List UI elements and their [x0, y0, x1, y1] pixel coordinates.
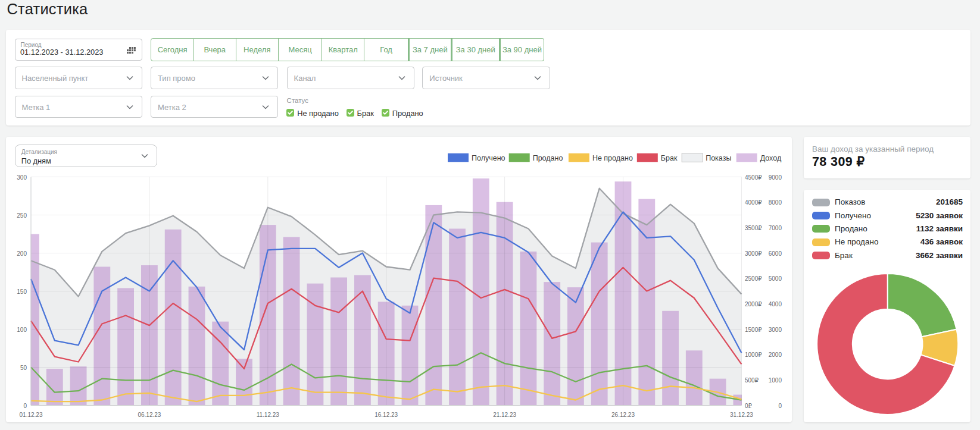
- svg-text:0: 0: [778, 403, 782, 409]
- svg-text:7000: 7000: [769, 225, 782, 231]
- svg-text:2000: 2000: [769, 351, 782, 358]
- svg-text:01.12.23: 01.12.23: [20, 412, 43, 418]
- svg-text:11.12.23: 11.12.23: [257, 412, 280, 418]
- svg-text:3500₽: 3500₽: [745, 225, 762, 231]
- svg-text:200: 200: [17, 250, 27, 257]
- svg-text:0: 0: [23, 403, 27, 409]
- svg-text:Показы: Показы: [706, 154, 731, 162]
- svg-text:2500₽: 2500₽: [745, 275, 762, 282]
- svg-text:150: 150: [17, 288, 27, 295]
- svg-text:4500₽: 4500₽: [745, 174, 762, 181]
- svg-text:2000₽: 2000₽: [745, 301, 762, 307]
- svg-text:500₽: 500₽: [745, 377, 759, 384]
- svg-text:4000: 4000: [769, 301, 782, 307]
- svg-text:16.12.23: 16.12.23: [374, 412, 398, 418]
- svg-text:50: 50: [20, 365, 27, 371]
- svg-text:0₽: 0₽: [745, 403, 753, 409]
- svg-text:3000: 3000: [769, 327, 782, 333]
- svg-text:1000: 1000: [769, 377, 782, 384]
- svg-text:3000₽: 3000₽: [745, 250, 762, 257]
- svg-text:100: 100: [17, 327, 27, 333]
- svg-text:5000: 5000: [769, 275, 782, 282]
- svg-text:6000: 6000: [769, 250, 782, 257]
- svg-text:4000₽: 4000₽: [745, 199, 762, 206]
- svg-text:1000₽: 1000₽: [745, 351, 762, 358]
- svg-text:Не продано: Не продано: [592, 154, 633, 162]
- svg-text:Продано: Продано: [533, 154, 563, 162]
- svg-text:9000: 9000: [769, 174, 782, 181]
- svg-text:250: 250: [17, 212, 27, 219]
- svg-text:31.12.23: 31.12.23: [730, 412, 753, 418]
- svg-text:Брак: Брак: [661, 154, 678, 162]
- svg-text:06.12.23: 06.12.23: [138, 412, 161, 418]
- svg-text:26.12.23: 26.12.23: [611, 412, 635, 418]
- svg-text:Доход: Доход: [760, 154, 782, 162]
- svg-text:300: 300: [17, 174, 27, 181]
- svg-text:8000: 8000: [769, 199, 782, 206]
- svg-text:1500₽: 1500₽: [745, 327, 762, 333]
- svg-text:Получено: Получено: [472, 154, 505, 162]
- svg-text:21.12.23: 21.12.23: [493, 412, 516, 418]
